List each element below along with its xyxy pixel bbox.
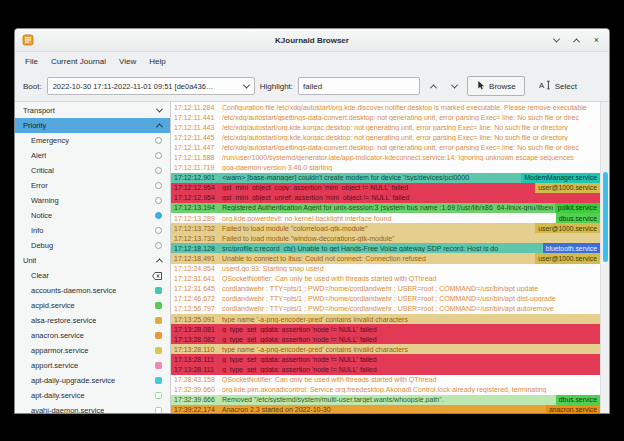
- log-message: gst_mini_object_copy: assertion 'mini_ob…: [222, 184, 533, 191]
- scrollbar-handle[interactable]: [603, 172, 608, 262]
- unit-item-apt-daily-upgrade-service[interactable]: apt-daily-upgrade.service: [15, 373, 170, 388]
- log-line[interactable]: 17:12:18.491Unable to connect to ibus: C…: [171, 253, 600, 263]
- select-button[interactable]: A Select: [530, 76, 586, 96]
- log-line[interactable]: 17:12:11.447/etc/xdg/autostart/gsettings…: [171, 142, 600, 152]
- titlebar[interactable]: KJournald Browser ×: [15, 29, 609, 52]
- log-line[interactable]: 17:12:11.719goa-daemon version 3.46.0 st…: [171, 163, 600, 173]
- highlight-next-button[interactable]: [446, 78, 462, 94]
- unit-item-avahi-daemon-service[interactable]: avahi-daemon.service: [15, 403, 170, 413]
- priority-item-label: Alert: [31, 151, 46, 160]
- log-line[interactable]: 17:12:13.289org.kde.powerdevil: no kerne…: [171, 213, 600, 223]
- log-line[interactable]: 17:12:18.128src/profile.c:record_cb() Un…: [171, 243, 600, 253]
- checkbox-checked[interactable]: [155, 377, 162, 384]
- section-header-transport[interactable]: Transport: [15, 103, 170, 118]
- log-line[interactable]: 17:12:31.645cordlandwehr : TTY=pts/1 ; P…: [171, 284, 600, 294]
- log-line[interactable]: 17:13:28.110type name '-a-png-encoder-pr…: [171, 344, 600, 354]
- radio-unchecked[interactable]: [155, 167, 162, 174]
- checkbox-unchecked[interactable]: [155, 392, 162, 399]
- log-message: QSocketNotifier: Can only be used with t…: [222, 376, 600, 383]
- log-line[interactable]: 17:32:39.666Removed "/etc/systemd/system…: [171, 395, 600, 405]
- checkbox-checked[interactable]: [155, 287, 162, 294]
- menu-view[interactable]: View: [113, 55, 142, 68]
- log-line[interactable]: 17:12:12.954gst_mini_object_copy: assert…: [171, 183, 600, 193]
- unit-item-apport-service[interactable]: apport.service: [15, 358, 170, 373]
- log-scrollbar[interactable]: [600, 102, 609, 413]
- log-line[interactable]: 17:12:46.672cordlandwehr : TTY=pts/1 ; P…: [171, 294, 600, 304]
- log-message: Configuration file /etc/xdg/autostart/or…: [222, 104, 600, 111]
- radio-unchecked[interactable]: [155, 137, 162, 144]
- log-line[interactable]: 17:12:56.797cordlandwehr : TTY=pts/1 ; P…: [171, 304, 600, 314]
- radio-unchecked[interactable]: [155, 242, 162, 249]
- checkbox-checked[interactable]: [155, 317, 162, 324]
- highlight-prev-button[interactable]: [425, 78, 441, 94]
- unit-badge: user@1000.service: [535, 253, 600, 263]
- radio-unchecked[interactable]: [155, 197, 162, 204]
- priority-item-alert[interactable]: Alert: [15, 148, 170, 163]
- unit-item-alsa-restore-service[interactable]: alsa-restore.service: [15, 313, 170, 328]
- unit-badge: polkit.service: [555, 203, 600, 213]
- checkbox-checked[interactable]: [155, 332, 162, 339]
- log-line[interactable]: 17:13:25.091type name '-a-png-encoder-pr…: [171, 314, 600, 324]
- maximize-button[interactable]: [571, 35, 582, 46]
- log-line[interactable]: 17:13:28.111g_type_set_qdata: assertion …: [171, 354, 600, 364]
- priority-item-error[interactable]: Error: [15, 178, 170, 193]
- log-line[interactable]: 17:12:12.954gst_mini_object_unref: asser…: [171, 193, 600, 203]
- menu-file[interactable]: File: [19, 55, 44, 68]
- log-timestamp: 17:12:18.491: [174, 255, 222, 262]
- checkbox-checked[interactable]: [155, 302, 162, 309]
- log-view[interactable]: 17:12:11.284Configuration file /etc/xdg/…: [171, 102, 600, 413]
- priority-item-notice[interactable]: Notice: [15, 208, 170, 223]
- log-line[interactable]: 17:13:28.081g_type_set_qdata: assertion …: [171, 324, 600, 334]
- menu-current-journal[interactable]: Current Journal: [45, 55, 112, 68]
- boot-combobox[interactable]: 2022-10-30 17:11-2022-11-01 09:51 [de0a4…: [47, 77, 255, 95]
- radio-unchecked[interactable]: [155, 152, 162, 159]
- priority-item-emergency[interactable]: Emergency: [15, 133, 170, 148]
- highlight-input[interactable]: [298, 77, 420, 95]
- checkbox-checked[interactable]: [155, 362, 162, 369]
- priority-item-critical[interactable]: Critical: [15, 163, 170, 178]
- log-line[interactable]: 17:12:11.443/etc/xdg/autostart/org.kde.k…: [171, 122, 600, 132]
- log-line[interactable]: 17:12:24.954userd.go:93: Starting snap u…: [171, 264, 600, 274]
- unit-badge: ModemManager.service: [521, 173, 600, 183]
- log-line[interactable]: 17:12:13.732Failed to load module "color…: [171, 223, 600, 233]
- menu-help[interactable]: Help: [143, 55, 171, 68]
- clear-units-button[interactable]: Clear: [15, 268, 170, 283]
- log-line[interactable]: 17:39:22.174Anacron 2.3 started on 2022-…: [171, 405, 600, 413]
- log-line[interactable]: 17:12:12.901<warn> [base-manager] couldn…: [171, 173, 600, 183]
- log-message: userd.go:93: Starting snap userd: [222, 265, 600, 272]
- priority-item-label: Error: [31, 181, 48, 190]
- unit-item-acpid-service[interactable]: acpid.service: [15, 298, 170, 313]
- checkbox-checked[interactable]: [155, 347, 162, 354]
- priority-item-warning[interactable]: Warning: [15, 193, 170, 208]
- log-line[interactable]: 17:12:13.733Failed to load module "windo…: [171, 233, 600, 243]
- maximize-icon: [573, 38, 580, 45]
- section-header-priority[interactable]: Priority: [15, 118, 170, 133]
- unit-item-accounts-daemon-service[interactable]: accounts-daemon.service: [15, 283, 170, 298]
- log-line[interactable]: 17:12:11.588/run/user/1000/systemd/gener…: [171, 152, 600, 162]
- transport-section-label: Transport: [23, 106, 55, 115]
- log-line[interactable]: 17:32:39.660org.kde.pim.akonadicontrol: …: [171, 385, 600, 395]
- log-line[interactable]: 17:28:43.158QSocketNotifier: Can only be…: [171, 375, 600, 385]
- priority-item-info[interactable]: Info: [15, 223, 170, 238]
- log-line[interactable]: 17:12:13.194Registered Authentication Ag…: [171, 203, 600, 213]
- radio-checked[interactable]: [155, 212, 162, 219]
- unit-item-apt-daily-service[interactable]: apt-daily.service: [15, 388, 170, 403]
- chevron-down-icon: [243, 81, 250, 88]
- log-line[interactable]: 17:12:31.641QSocketNotifier: Can only be…: [171, 274, 600, 284]
- unit-item-apparmor-service[interactable]: apparmor.service: [15, 343, 170, 358]
- log-line[interactable]: 17:12:11.441/etc/xdg/autostart/gsettings…: [171, 112, 600, 122]
- priority-item-debug[interactable]: Debug: [15, 238, 170, 253]
- unit-item-anacron-service[interactable]: anacron.service: [15, 328, 170, 343]
- radio-unchecked[interactable]: [155, 182, 162, 189]
- log-line[interactable]: 17:13:28.082g_type_set_qdata: assertion …: [171, 334, 600, 344]
- chevron-up-icon: [156, 123, 163, 130]
- minimize-button[interactable]: [551, 35, 562, 46]
- radio-unchecked[interactable]: [155, 227, 162, 234]
- log-line[interactable]: 17:12:11.445/etc/xdg/autostart/org.kde.k…: [171, 132, 600, 142]
- section-header-unit[interactable]: Unit: [15, 253, 170, 268]
- checkbox-unchecked[interactable]: [155, 407, 162, 413]
- log-line[interactable]: 17:13:28.111g_type_set_qdata: assertion …: [171, 364, 600, 374]
- log-line[interactable]: 17:12:11.284Configuration file /etc/xdg/…: [171, 102, 600, 112]
- close-button[interactable]: ×: [591, 35, 602, 46]
- browse-button[interactable]: Browse: [467, 76, 525, 96]
